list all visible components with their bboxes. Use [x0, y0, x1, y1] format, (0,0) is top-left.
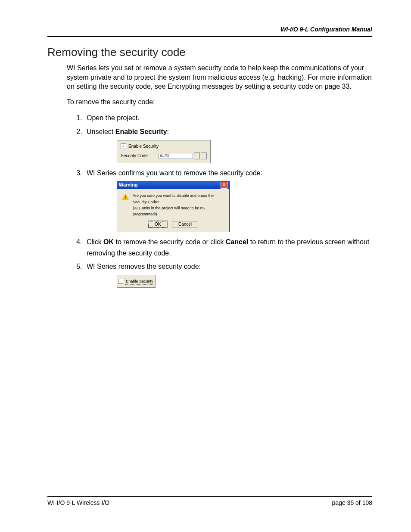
step-4-ok: OK [103, 238, 114, 246]
step-4-pre: Click [87, 238, 103, 246]
step-2: Unselect Enable Security: ✓ Enable Secur… [84, 126, 372, 163]
step-4-mid: to remove the security code or click [114, 238, 226, 246]
footer-left: WI-I/O 9-L Wireless I/O [47, 499, 109, 506]
dialog-line-1: Are you sure you want to disable and era… [133, 193, 225, 205]
cancel-button[interactable]: Cancel [172, 221, 198, 227]
footer-rule [47, 496, 372, 497]
dialog-title: Warning [119, 181, 138, 189]
enable-security-label-2: Enable Security [125, 278, 154, 285]
security-code-label: Security Code [121, 152, 148, 159]
ok-button[interactable]: OK [148, 221, 167, 227]
step-5-text: WI Series removes the security code: [87, 263, 201, 270]
step-3: WI Series confirms you want to remove th… [84, 168, 372, 233]
lead-in: To remove the security code: [47, 97, 372, 107]
enable-security-label: Enable Security [128, 143, 159, 150]
warning-dialog: Warning × Are you sure you want to disab… [117, 181, 230, 232]
figure-enable-security: ✓ Enable Security Security Code [117, 140, 372, 163]
header-doc-title: WI-I/O 9-L Configuration Manual [47, 26, 372, 33]
section-heading: Removing the security code [47, 46, 372, 59]
close-icon[interactable]: × [221, 182, 227, 189]
intro-paragraph: WI Series lets you set or remove a syste… [47, 63, 372, 91]
dialog-line-2: (ALL units in the project will need to b… [133, 205, 225, 218]
dialog-message: Are you sure you want to disable and era… [133, 193, 225, 218]
steps-list: Open the project. Unselect Enable Securi… [67, 112, 372, 288]
figure-warning-dialog: Warning × Are you sure you want to disab… [117, 181, 372, 232]
warning-icon [121, 193, 129, 200]
security-code-btn-1[interactable] [194, 152, 200, 159]
security-panel-unchecked: Enable Security [117, 275, 156, 288]
step-3-text: WI Series confirms you want to remove th… [87, 169, 262, 177]
step-1: Open the project. [84, 112, 372, 124]
step-2-post: : [167, 128, 169, 135]
dialog-titlebar: Warning × [117, 181, 229, 189]
footer-right: page 35 of 108 [332, 499, 372, 506]
security-code-input[interactable] [159, 153, 193, 159]
enable-security-checkbox[interactable]: ✓ [121, 143, 126, 149]
figure-security-removed: Enable Security [117, 275, 372, 288]
page-footer: WI-I/O 9-L Wireless I/O page 35 of 108 [47, 496, 372, 506]
step-2-bold: Enable Security [115, 128, 167, 135]
step-2-pre: Unselect [87, 128, 115, 135]
security-code-btn-2[interactable] [201, 152, 207, 159]
security-panel: ✓ Enable Security Security Code [117, 140, 211, 163]
header-rule [47, 36, 372, 37]
step-4: Click OK to remove the security code or … [84, 236, 372, 258]
step-5: WI Series removes the security code: Ena… [84, 261, 372, 288]
step-4-cancel: Cancel [226, 238, 248, 246]
enable-security-checkbox-unchecked[interactable] [118, 279, 123, 284]
